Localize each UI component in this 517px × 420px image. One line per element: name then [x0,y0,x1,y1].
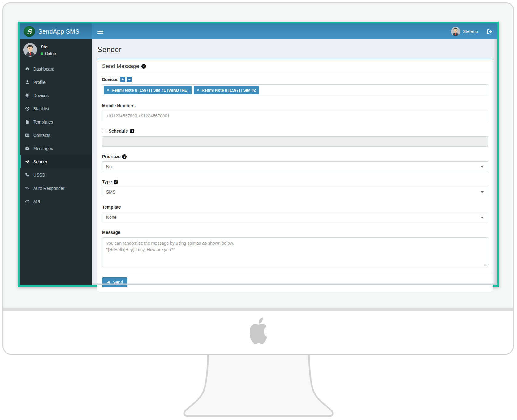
device-tag: × Redmi Note 8 [1597] | SIM #1 [WINDTRE] [104,86,192,94]
bezel-divider [3,308,513,311]
box-footer: Send [97,273,493,292]
caret-down-icon [481,191,484,193]
sidebar-user-status[interactable]: Online [41,51,56,56]
send-button[interactable]: Send [102,277,127,287]
online-status-label: Online [45,51,56,56]
phone-icon [25,173,30,177]
sidebar: Ste Online Dashboard Profile [20,39,92,285]
dashboard-icon [25,67,30,71]
sidebar-item-api[interactable]: API [20,195,92,208]
message-group: Message [102,230,488,268]
avatar [23,43,37,57]
sign-out-icon[interactable] [487,29,493,34]
info-icon[interactable]: i [141,64,146,69]
sidebar-item-blacklist[interactable]: Blacklist [20,102,92,115]
top-navbar: Stefano [92,23,497,39]
type-select[interactable]: SMS [102,187,488,197]
sidebar-item-label: Profile [33,80,46,85]
sidebar-menu: Dashboard Profile Devices Blacklist [20,62,92,208]
type-group: Type i SMS [102,179,488,197]
app-logo-icon: S [24,26,35,37]
template-label: Template [102,205,121,210]
template-group: Template None [102,205,488,222]
sidebar-item-label: Auto Responder [33,186,64,191]
app-window: S SendApp SMS Stefano [18,22,499,287]
remove-tag-icon[interactable]: × [197,88,199,92]
template-select[interactable]: None [102,212,488,222]
devices-label-row: Devices + − [102,77,488,82]
code-icon [25,199,30,204]
device-tag-label: Redmi Note 8 [1597] | SIM #2 [201,88,256,92]
prioritize-group: Prioritize i No [102,154,488,172]
app-header: S SendApp SMS Stefano [20,23,497,39]
app-title: SendApp SMS [38,28,79,35]
info-icon[interactable]: i [122,154,127,159]
monitor-chin [3,311,513,354]
prioritize-select[interactable]: No [102,161,488,172]
android-icon [25,93,30,98]
sidebar-item-dashboard[interactable]: Dashboard [20,62,92,75]
navbar-user-menu[interactable]: Stefano [451,27,497,36]
info-icon[interactable]: i [130,129,134,133]
devices-multiselect[interactable]: × Redmi Note 8 [1597] | SIM #1 [WINDTRE]… [102,84,488,96]
template-value: None [106,215,116,220]
sidebar-item-label: Contacts [33,133,50,138]
device-tag-label: Redmi Note 8 [1597] | SIM #1 [WINDTRE] [112,88,188,92]
sidebar-item-ussd[interactable]: USSD [20,168,92,181]
ban-icon [25,106,30,111]
schedule-label: Schedule [109,128,128,133]
type-label: Type [102,179,112,184]
menu-icon[interactable] [97,30,103,34]
prioritize-label: Prioritize [102,154,121,159]
sidebar-item-label: Sender [33,159,47,164]
sidebar-item-messages[interactable]: Messages [20,142,92,155]
page-title: Sender [97,45,493,54]
envelope-icon [25,146,30,151]
caret-down-icon [481,166,484,168]
sidebar-item-auto-responder[interactable]: Auto Responder [20,181,92,195]
message-textarea[interactable] [102,237,488,267]
address-card-icon [25,133,30,137]
paper-plane-icon [25,159,30,164]
sidebar-item-sender[interactable]: Sender [20,155,92,168]
paper-plane-icon [106,280,111,284]
box-title: Send Message [102,63,139,70]
devices-label: Devices [102,77,118,82]
devices-group: Devices + − × Redmi Note 8 [1597] | SIM … [102,77,488,96]
online-status-icon [41,52,43,55]
info-icon[interactable]: i [114,180,118,184]
select-all-devices-button[interactable]: + [120,77,125,82]
schedule-checkbox[interactable] [102,129,106,133]
sidebar-item-profile[interactable]: Profile [20,75,92,89]
sidebar-item-label: API [33,199,40,204]
mobile-numbers-input[interactable] [102,111,488,121]
app-body: Ste Online Dashboard Profile [20,39,497,285]
sidebar-item-label: Blacklist [33,106,49,111]
device-tag: × Redmi Note 8 [1597] | SIM #2 [194,86,259,94]
send-message-box: Send Message i Devices + − [97,59,493,292]
avatar [451,27,460,36]
type-value: SMS [106,190,115,194]
sidebar-item-label: Devices [33,93,49,98]
sidebar-item-templates[interactable]: Templates [20,115,92,128]
send-button-label: Send [113,280,123,285]
app-logo[interactable]: S SendApp SMS [20,23,92,39]
sidebar-user-panel: Ste Online [20,39,92,60]
box-body: Devices + − × Redmi Note 8 [1597] | SIM … [97,73,493,273]
content-area: Sender Send Message i Devices + − [92,39,497,285]
message-label: Message [102,230,120,235]
schedule-datetime-input[interactable] [102,136,488,147]
mobile-numbers-label: Mobile Numbers [102,103,136,108]
schedule-group: Schedule i [102,128,488,147]
sidebar-item-label: Messages [33,146,53,151]
remove-tag-icon[interactable]: × [107,88,109,92]
box-header: Send Message i [97,59,493,73]
caret-down-icon [481,217,484,218]
sidebar-item-label: Dashboard [33,67,55,71]
deselect-all-devices-button[interactable]: − [127,77,132,82]
navbar-username: Stefano [463,29,478,34]
sidebar-item-contacts[interactable]: Contacts [20,128,92,142]
sidebar-item-devices[interactable]: Devices [20,89,92,102]
mobile-numbers-group: Mobile Numbers [102,103,488,121]
sidebar-item-label: USSD [33,173,45,177]
